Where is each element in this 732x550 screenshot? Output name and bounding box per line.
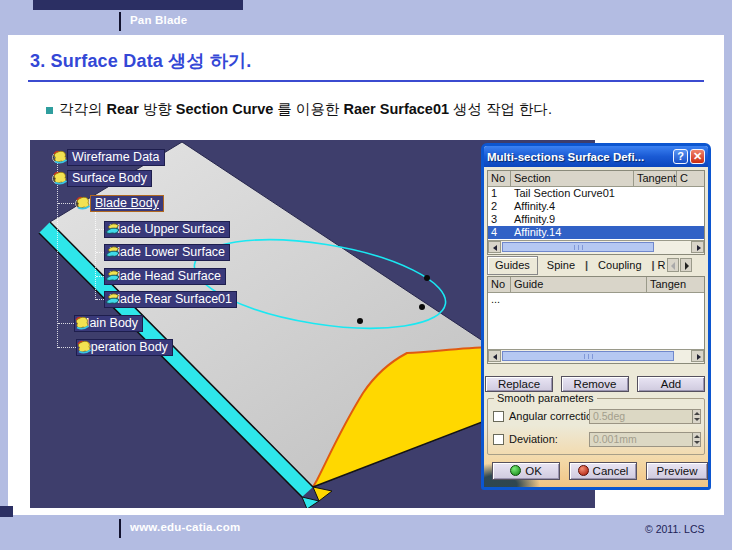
col-tangent: Tangent (634, 171, 677, 186)
copyright-text: © 2011. LCS (645, 523, 705, 535)
tree-item-blade-head-surface[interactable]: Blade Head Surface (104, 268, 226, 285)
add-button[interactable]: Add (637, 376, 705, 392)
bullet-seg-bold: Section Curve (176, 101, 274, 117)
dialog-tabs: Guides Spine | Coupling | R (487, 255, 705, 275)
tree-item-surface-body[interactable]: - Surface Body (52, 170, 152, 187)
tree-item-label[interactable]: Surface Body (67, 170, 152, 187)
tree-item-blade-upper-surface[interactable]: Blade Upper Surface (104, 221, 230, 238)
dialog-title: Multi-sections Surface Defi... (487, 151, 671, 163)
cancel-button[interactable]: Cancel (569, 462, 637, 480)
dialog-title-bar[interactable]: Multi-sections Surface Defi... ? ✕ (484, 146, 708, 167)
cancel-label: Cancel (593, 465, 629, 477)
deviation-label: Deviation: (509, 433, 558, 445)
tree-connector (96, 252, 104, 253)
col-no: No (488, 171, 511, 186)
footer-site-link[interactable]: www.edu-catia.com (130, 521, 240, 533)
col-guide: Guide (511, 277, 647, 292)
tab-separator: | (649, 259, 658, 271)
deviation-value: 0.001mm (593, 433, 637, 445)
angular-correction-label: Angular correction: (509, 410, 601, 422)
col-section: Section (511, 171, 634, 186)
scroll-right-icon[interactable] (691, 241, 704, 253)
tab-scroll-right-icon[interactable] (680, 258, 692, 272)
cell-no: 3 (488, 213, 511, 226)
close-icon[interactable]: ✕ (690, 149, 705, 164)
tree-item-blade-rear-surface01[interactable]: Blade Rear Surface01 (104, 291, 237, 308)
body-icon (76, 339, 93, 355)
tab-spine[interactable]: Spine (540, 257, 582, 274)
tree-item-blade-lower-surface[interactable]: Blade Lower Surface (104, 244, 230, 261)
surface-icon (104, 244, 121, 260)
cell-section: Tail Section Curve01 (511, 187, 704, 200)
spinner-icon[interactable] (692, 433, 700, 446)
col-tangent-clipped: Tangen (647, 277, 704, 292)
multi-sections-surface-dialog: Multi-sections Surface Defi... ? ✕ No Se… (481, 143, 711, 490)
scroll-thumb[interactable] (502, 351, 674, 361)
ok-button[interactable]: OK (492, 462, 560, 480)
tree-item-operation-body[interactable]: Operation Body (76, 339, 173, 356)
tree-item-label[interactable]: Blade Head Surface (104, 268, 226, 285)
guides-table-header: No Guide Tangen (488, 277, 704, 293)
tree-item-blade-body[interactable]: - Blade Body (75, 195, 164, 212)
preview-button[interactable]: Preview (646, 462, 708, 480)
spinner-icon[interactable] (692, 410, 700, 423)
angular-correction-value: 0.5deg (593, 410, 625, 422)
help-icon[interactable]: ? (673, 149, 688, 164)
scroll-thumb[interactable] (502, 242, 654, 252)
guide-row[interactable]: ... (488, 293, 704, 306)
bullet-seg: 생성 작업 한다. (449, 101, 552, 117)
bullet-seg: 각각의 (59, 101, 107, 117)
section-row[interactable]: 3 Affinity.9 (488, 213, 704, 226)
tree-connector (96, 229, 104, 230)
bullet-seg-bold: Raer Surface01 (343, 101, 449, 117)
tree-item-label[interactable]: Blade Rear Surface01 (104, 291, 237, 308)
group-legend: Smooth parameters (494, 392, 597, 404)
tree-item-main-body[interactable]: Main Body (74, 315, 143, 332)
sections-table: No Section Tangent C 1 Tail Section Curv… (487, 170, 705, 255)
bullet-seg-bold: Rear (107, 101, 139, 117)
deviation-checkbox[interactable] (493, 434, 504, 445)
dialog-footer-buttons: OK Cancel Preview (492, 462, 708, 480)
section-row-selected[interactable]: 4 Affinity.14 (488, 226, 704, 239)
slide-root: Pan Blade 3. Surface Data 생성 하기. 각각의 Rea… (0, 0, 732, 550)
tab-coupling[interactable]: Coupling (591, 257, 648, 274)
tree-item-label[interactable]: Blade Lower Surface (104, 244, 230, 261)
sections-table-header: No Section Tangent C (488, 171, 704, 187)
tree-item-label[interactable]: Blade Upper Surface (104, 221, 230, 238)
scroll-left-icon[interactable] (488, 350, 501, 362)
cell-section: Affinity.9 (511, 213, 704, 226)
body-icon (75, 195, 92, 211)
angular-correction-checkbox[interactable] (493, 411, 504, 422)
tree-item-wireframe-data[interactable]: + Wireframe Data (52, 149, 165, 166)
section-row[interactable]: 2 Affinity.4 (488, 200, 704, 213)
tab-guides[interactable]: Guides (487, 256, 538, 275)
tree-connector (95, 212, 96, 300)
page-title: 3. Surface Data 생성 하기. (30, 49, 251, 73)
footer-banner: www.edu-catia.com © 2011. LCS (8, 515, 724, 542)
header-separator (119, 12, 121, 31)
col-no: No (488, 277, 511, 292)
remove-button[interactable]: Remove (561, 376, 629, 392)
tree-connector (58, 203, 74, 204)
replace-button[interactable]: Replace (485, 376, 553, 392)
surface-icon (104, 291, 121, 307)
guides-table: No Guide Tangen ... (487, 276, 705, 364)
surface-icon (104, 221, 121, 237)
smooth-parameters-group: Smooth parameters Angular correction: 0.… (487, 398, 705, 455)
scroll-right-icon[interactable] (691, 350, 704, 362)
bullet-icon (46, 107, 53, 114)
ok-label: OK (525, 465, 542, 477)
angular-correction-field[interactable]: 0.5deg (589, 409, 701, 424)
tab-scroll-left-icon[interactable] (667, 258, 679, 272)
section-row[interactable]: 1 Tail Section Curve01 (488, 187, 704, 200)
tree-connector (58, 323, 74, 324)
cell-no: 2 (488, 200, 511, 213)
tree-item-label-selected[interactable]: Blade Body (90, 195, 164, 212)
tab-clipped[interactable]: R (658, 257, 666, 274)
deviation-field[interactable]: 0.001mm (589, 432, 701, 447)
cancel-icon (578, 465, 589, 476)
guides-hscrollbar (488, 349, 704, 363)
scroll-left-icon[interactable] (488, 241, 501, 253)
tree-item-label[interactable]: Wireframe Data (67, 149, 165, 166)
sections-hscrollbar (488, 240, 704, 254)
